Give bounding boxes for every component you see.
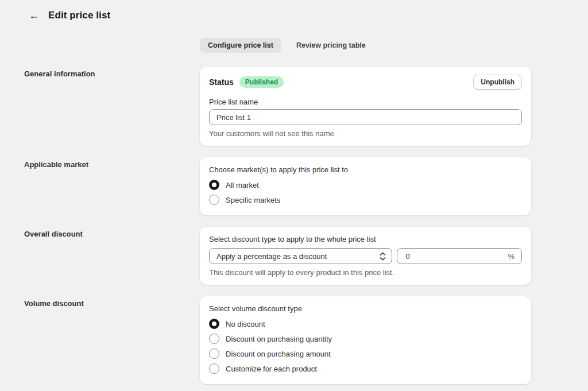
tab-review-pricing-table[interactable]: Review pricing table xyxy=(288,38,374,53)
discount-type-select[interactable]: Apply a percentage as a discount xyxy=(209,248,392,264)
status-badge: Published xyxy=(239,76,284,88)
general-information-card: Status Published Unpublish Price list na… xyxy=(200,67,531,146)
section-label-overall-discount: Overall discount xyxy=(0,227,200,285)
back-arrow-icon[interactable]: ← xyxy=(29,10,39,21)
radio-option-all-market[interactable]: All market xyxy=(209,177,522,192)
radio-label: Discount on purchasing quantity xyxy=(226,335,332,343)
price-list-name-input[interactable] xyxy=(209,109,522,125)
section-applicable-market: Applicable market Choose market(s) to ap… xyxy=(0,157,588,215)
radio-option-discount-purchasing-quantity[interactable]: Discount on purchasing quantity xyxy=(209,331,522,346)
radio-unselected-icon xyxy=(209,334,219,344)
page-title: Edit price list xyxy=(48,10,110,21)
radio-label: Specific markets xyxy=(226,196,280,204)
section-overall-discount: Overall discount Select discount type to… xyxy=(0,227,588,285)
radio-label: Discount on purchasing amount xyxy=(226,350,331,358)
page-header: ← Edit price list xyxy=(0,0,588,22)
radio-unselected-icon xyxy=(209,195,219,205)
radio-option-discount-purchasing-amount[interactable]: Discount on purchasing amount xyxy=(209,346,522,361)
radio-selected-icon xyxy=(209,319,219,329)
edit-price-list-page: ← Edit price list Configure price list R… xyxy=(0,0,588,384)
overall-discount-help: This discount will apply to every produc… xyxy=(209,268,522,277)
radio-option-no-discount[interactable]: No discount xyxy=(209,316,522,331)
section-label-applicable-market: Applicable market xyxy=(0,157,200,215)
discount-amount-input[interactable]: % xyxy=(397,248,522,264)
radio-option-customize-each-product[interactable]: Customize for each product xyxy=(209,361,522,376)
status-label: Status xyxy=(209,78,234,87)
section-label-volume-discount: Volume discount xyxy=(0,296,200,384)
radio-unselected-icon xyxy=(209,349,219,359)
radio-label: Customize for each product xyxy=(226,365,317,373)
section-label-general-information: General information xyxy=(0,67,200,146)
unpublish-button[interactable]: Unpublish xyxy=(473,75,522,90)
tab-bar: Configure price list Review pricing tabl… xyxy=(200,38,588,53)
market-radio-group: All market Specific markets xyxy=(209,177,522,207)
radio-option-specific-markets[interactable]: Specific markets xyxy=(209,192,522,207)
section-general-information: General information Status Published Unp… xyxy=(0,67,588,146)
applicable-market-card: Choose market(s) to apply this price lis… xyxy=(200,157,531,215)
radio-selected-icon xyxy=(209,180,219,190)
market-question: Choose market(s) to apply this price lis… xyxy=(209,165,522,174)
percent-suffix: % xyxy=(508,252,514,261)
radio-label: No discount xyxy=(226,320,265,328)
status-row: Status Published Unpublish xyxy=(209,75,522,90)
radio-unselected-icon xyxy=(209,363,219,374)
volume-discount-radio-group: No discount Discount on purchasing quant… xyxy=(209,316,522,376)
select-updown-chevron-icon xyxy=(380,252,386,261)
volume-discount-question: Select volume discount type xyxy=(209,304,522,313)
overall-discount-card: Select discount type to apply to the who… xyxy=(200,227,531,285)
radio-label: All market xyxy=(226,181,259,189)
discount-type-selected-value: Apply a percentage as a discount xyxy=(216,252,327,261)
discount-controls-row: Apply a percentage as a discount % xyxy=(209,248,522,264)
price-list-name-label: Price list name xyxy=(209,98,522,106)
volume-discount-card: Select volume discount type No discount … xyxy=(200,296,531,384)
section-volume-discount: Volume discount Select volume discount t… xyxy=(0,296,588,384)
tab-configure-price-list[interactable]: Configure price list xyxy=(200,38,281,53)
price-list-name-help: Your customers will not see this name xyxy=(209,129,522,138)
discount-type-question: Select discount type to apply to the who… xyxy=(209,235,522,243)
discount-amount-field[interactable] xyxy=(404,251,508,261)
